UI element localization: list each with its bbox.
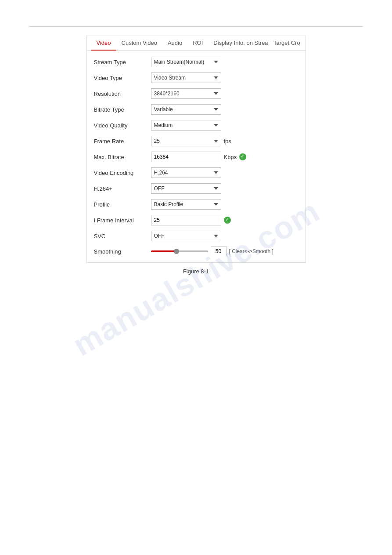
select-bitrate-type[interactable]: Variable <box>151 104 221 115</box>
row-max-bitrate: Max. Bitrate Kbps <box>87 149 306 165</box>
slider-thumb[interactable] <box>174 249 179 254</box>
row-bitrate-type: Bitrate Type Variable <box>87 102 306 117</box>
unit-kbps: Kbps <box>224 154 237 160</box>
unit-fps: fps <box>224 138 231 145</box>
row-stream-type: Stream Type Main Stream(Normal) <box>87 54 306 70</box>
tab-roi[interactable]: ROI <box>187 36 208 51</box>
select-video-type[interactable]: Video Stream <box>151 73 221 83</box>
control-iframe-interval <box>151 215 298 225</box>
slider-label: [ Clear<->Smooth ] <box>229 248 273 254</box>
select-stream-type[interactable]: Main Stream(Normal) <box>151 57 221 67</box>
label-stream-type: Stream Type <box>94 59 151 65</box>
row-resolution: Resolution 3840*2160 <box>87 86 306 102</box>
check-icon-iframe <box>224 217 231 224</box>
label-video-encoding: Video Encoding <box>94 170 151 176</box>
select-frame-rate[interactable]: 25 <box>151 136 221 146</box>
label-video-quality: Video Quality <box>94 122 151 129</box>
tabs-bar: Video Custom Video Audio ROI Display Inf… <box>87 36 306 51</box>
slider-wrap: [ Clear<->Smooth ] <box>151 247 298 256</box>
form-body: Stream Type Main Stream(Normal) Video Ty… <box>87 51 306 262</box>
label-frame-rate: Frame Rate <box>94 138 151 145</box>
select-video-quality[interactable]: Medium <box>151 120 221 131</box>
row-smoothing: Smoothing [ Clear<->Smooth ] <box>87 244 306 259</box>
label-bitrate-type: Bitrate Type <box>94 106 151 113</box>
select-profile[interactable]: Basic Profile <box>151 199 221 210</box>
row-video-type: Video Type Video Stream <box>87 70 306 86</box>
label-max-bitrate: Max. Bitrate <box>94 154 151 160</box>
select-resolution[interactable]: 3840*2160 <box>151 88 221 99</box>
tab-display-info[interactable]: Display Info. on Stream <box>208 36 268 51</box>
row-iframe-interval: I Frame Interval <box>87 212 306 228</box>
row-profile: Profile Basic Profile <box>87 196 306 212</box>
control-max-bitrate: Kbps <box>151 152 298 162</box>
slider-value-input[interactable] <box>211 247 227 256</box>
control-profile: Basic Profile <box>151 199 298 210</box>
control-resolution: 3840*2160 <box>151 88 298 99</box>
label-video-type: Video Type <box>94 75 151 81</box>
check-icon-bitrate <box>239 153 246 160</box>
top-divider <box>29 26 363 27</box>
tab-audio[interactable]: Audio <box>162 36 187 51</box>
label-smoothing: Smoothing <box>94 248 151 255</box>
control-h264plus: OFF <box>151 183 298 194</box>
label-iframe-interval: I Frame Interval <box>94 217 151 224</box>
select-h264plus[interactable]: OFF <box>151 183 221 194</box>
control-video-quality: Medium <box>151 120 298 131</box>
select-svc[interactable]: OFF <box>151 231 221 241</box>
control-stream-type: Main Stream(Normal) <box>151 57 298 67</box>
select-video-encoding[interactable]: H.264 <box>151 167 221 178</box>
input-max-bitrate[interactable] <box>151 152 221 162</box>
control-frame-rate: 25 fps <box>151 136 298 146</box>
tab-target-cro[interactable]: Target Cro <box>268 36 301 51</box>
row-frame-rate: Frame Rate 25 fps <box>87 133 306 149</box>
input-iframe-interval[interactable] <box>151 215 221 225</box>
control-svc: OFF <box>151 231 298 241</box>
control-bitrate-type: Variable <box>151 104 298 115</box>
row-h264plus: H.264+ OFF <box>87 181 306 196</box>
label-resolution: Resolution <box>94 91 151 97</box>
row-video-encoding: Video Encoding H.264 <box>87 165 306 181</box>
label-profile: Profile <box>94 201 151 208</box>
control-video-encoding: H.264 <box>151 167 298 178</box>
tab-video[interactable]: Video <box>91 36 116 51</box>
page-container: Video Custom Video Audio ROI Display Inf… <box>0 0 392 555</box>
row-svc: SVC OFF <box>87 228 306 244</box>
control-smoothing: [ Clear<->Smooth ] <box>151 247 298 256</box>
label-h264plus: H.264+ <box>94 185 151 192</box>
figure-caption: Figure 8-1 <box>183 268 209 275</box>
slider-track[interactable] <box>151 250 208 252</box>
tab-custom-video[interactable]: Custom Video <box>116 36 162 51</box>
panel: Video Custom Video Audio ROI Display Inf… <box>86 36 306 263</box>
label-svc: SVC <box>94 233 151 239</box>
control-video-type: Video Stream <box>151 73 298 83</box>
row-video-quality: Video Quality Medium <box>87 117 306 133</box>
